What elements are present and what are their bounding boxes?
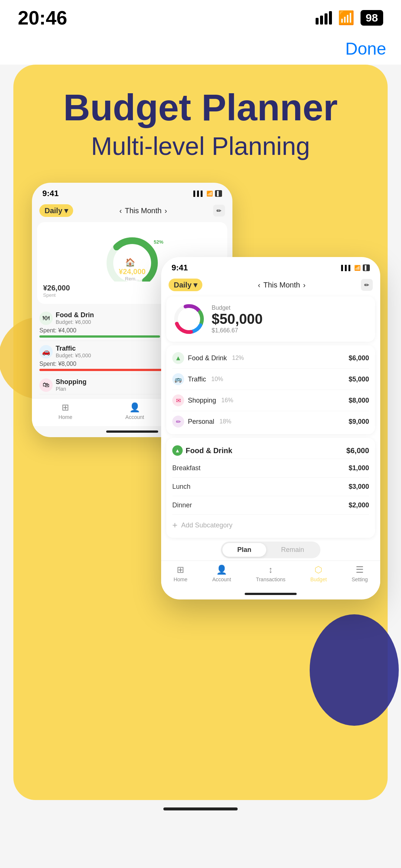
svg-text:🏠: 🏠	[125, 257, 136, 267]
back-phone-header: Daily ▾ ‹ This Month › ✏	[32, 201, 232, 222]
signal-icon	[316, 11, 332, 25]
back-donut-center: ¥24,000 Rem...	[99, 267, 166, 282]
front-nav-left[interactable]: ‹	[258, 281, 261, 289]
device-home-bar	[163, 807, 238, 810]
front-battery: ▌	[363, 264, 370, 271]
front-cat-personal-left: ✏ Personal 18%	[172, 416, 231, 428]
front-cat-food-left: ▲ Food & Drink 12%	[172, 352, 244, 364]
front-traffic-name: Traffic	[188, 376, 206, 383]
back-phone-status: 9:41 ▌▌▌ 📶 ▌	[32, 183, 232, 201]
done-button[interactable]: Done	[345, 39, 386, 59]
front-phone-time: 9:41	[172, 263, 188, 273]
subcat-lunch[interactable]: Lunch $3,000	[172, 478, 369, 496]
shopping-icon: 🛍	[39, 378, 53, 392]
front-shopping-name: Shopping	[188, 397, 216, 404]
front-personal-pct: 18%	[219, 418, 231, 425]
back-edit-btn[interactable]: ✏	[213, 205, 225, 217]
subcat-lunch-name: Lunch	[172, 483, 190, 491]
back-tab-home[interactable]: ⊞ Home	[58, 402, 72, 420]
front-food-icon: ▲	[172, 352, 184, 364]
front-budget-amount: $50,000	[212, 311, 369, 327]
status-icons: 📶 98	[316, 10, 383, 26]
device-home-indicator	[0, 800, 401, 822]
food-icon: 🍽	[39, 312, 53, 325]
front-edit-btn[interactable]: ✏	[361, 279, 373, 291]
back-traffic-name: Traffic	[56, 345, 91, 352]
front-budget-icon: ⬡	[314, 565, 322, 575]
front-transactions-label: Transactions	[256, 576, 286, 582]
back-nav-month: This Month	[125, 207, 162, 215]
card-title: Budget Planner	[28, 87, 373, 128]
front-cat-personal[interactable]: ✏ Personal 18% $9,000	[172, 411, 369, 432]
front-transactions-icon: ↕	[268, 565, 273, 575]
front-personal-icon: ✏	[172, 416, 184, 428]
front-cat-traffic[interactable]: 🚌 Traffic 10% $5,000	[172, 369, 369, 390]
subcat-title-wrap: ▲ Food & Drink	[172, 445, 232, 456]
back-nav-right[interactable]: ›	[164, 207, 167, 215]
back-home-icon: ⊞	[62, 402, 69, 413]
back-phone-status-icons: ▌▌▌ 📶 ▌	[193, 190, 222, 197]
front-tab-budget[interactable]: ⬡ Budget	[310, 565, 327, 582]
front-tab-setting[interactable]: ☰ Setting	[352, 565, 368, 582]
subcat-dinner[interactable]: Dinner $2,000	[172, 496, 369, 515]
done-row: Done	[0, 33, 401, 65]
front-home-indicator	[161, 588, 380, 599]
plan-btn[interactable]: Plan	[222, 543, 266, 557]
back-daily-badge[interactable]: Daily ▾	[39, 204, 73, 217]
front-nav-right[interactable]: ›	[303, 281, 306, 289]
signal-small: ▌▌▌	[193, 191, 205, 196]
back-month-nav: ‹ This Month ›	[120, 207, 167, 215]
wifi-icon: 📶	[338, 10, 355, 26]
back-home-label: Home	[58, 414, 72, 420]
back-traffic-budget: Budget: ¥5,000	[56, 352, 91, 358]
subcat-header: ▲ Food & Drink $6,000	[172, 440, 369, 459]
front-setting-label: Setting	[352, 576, 368, 582]
front-tab-transactions[interactable]: ↕ Transactions	[256, 565, 286, 582]
front-wifi: 📶	[354, 265, 361, 271]
front-food-name: Food & Drink	[188, 354, 227, 362]
front-budget-card: Budget $50,000 $1,666.67	[166, 296, 375, 342]
main-card: Budget Planner Multi-level Planning 9:41…	[13, 65, 388, 800]
remain-btn[interactable]: Remain	[266, 543, 319, 557]
back-spent-label: Spent	[43, 292, 70, 298]
back-spent: ¥26,000 Spent	[43, 284, 70, 298]
front-cat-food[interactable]: ▲ Food & Drink 12% $6,000	[172, 348, 369, 369]
front-donut-chart	[172, 302, 206, 336]
battery-indicator: 98	[361, 10, 383, 26]
front-home-label: Home	[173, 576, 187, 582]
front-cat-shopping[interactable]: ✉ Shopping 16% $8,000	[172, 390, 369, 411]
back-center-amount: ¥24,000	[99, 267, 166, 276]
subcat-breakfast[interactable]: Breakfast $1,000	[172, 459, 369, 478]
back-account-icon: 👤	[129, 402, 140, 413]
front-tab-account[interactable]: 👤 Account	[212, 565, 231, 582]
front-budget-info: Budget $50,000 $1,666.67	[212, 305, 369, 334]
front-month-nav: ‹ This Month ›	[258, 281, 306, 289]
subcat-lunch-val: $3,000	[349, 483, 369, 491]
back-spent-amount: ¥26,000	[43, 284, 70, 292]
back-tab-account[interactable]: 👤 Account	[125, 402, 144, 420]
subcat-dinner-val: $2,000	[349, 501, 369, 509]
back-donut-wrap: 52% 🏠 ¥24,000 Rem...	[99, 230, 166, 282]
card-subtitle: Multi-level Planning	[28, 131, 373, 160]
add-subcat-label: Add Subcategory	[181, 521, 232, 529]
front-shopping-pct: 16%	[221, 397, 233, 404]
front-daily-badge[interactable]: Daily ▾	[169, 279, 202, 291]
pr-wrap: Plan Remain	[221, 542, 320, 558]
front-home-bar	[245, 593, 297, 595]
svg-text:52%: 52%	[154, 239, 163, 245]
front-cat-shopping-left: ✉ Shopping 16%	[172, 394, 233, 406]
front-food-pct: 12%	[232, 355, 244, 361]
front-phone-status: 9:41 ▌▌▌ 📶 ▌	[161, 257, 380, 275]
add-subcategory-btn[interactable]: + Add Subcategory	[172, 515, 369, 536]
status-time: 20:46	[18, 7, 67, 29]
front-tab-home[interactable]: ⊞ Home	[173, 565, 187, 582]
front-shopping-icon: ✉	[172, 394, 184, 406]
back-nav-left[interactable]: ‹	[120, 207, 122, 215]
subcat-breakfast-name: Breakfast	[172, 464, 200, 472]
traffic-icon: 🚗	[39, 345, 53, 358]
back-account-label: Account	[125, 414, 144, 420]
back-shopping-name: Shopping	[56, 378, 87, 386]
front-traffic-icon: 🚌	[172, 373, 184, 385]
front-bottom-tabs: ⊞ Home 👤 Account ↕ Transactions ⬡ Budget…	[161, 560, 380, 588]
wifi-small: 📶	[206, 191, 213, 196]
